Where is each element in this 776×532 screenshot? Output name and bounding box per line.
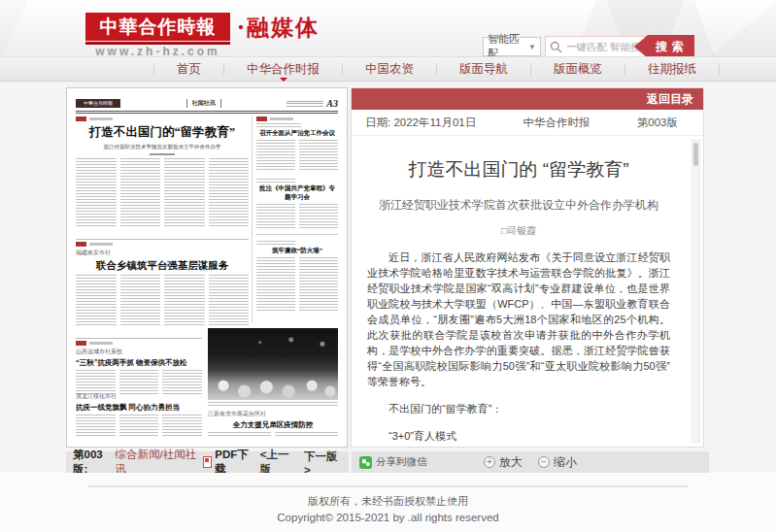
sim-text-columns xyxy=(208,432,338,438)
nav-item-zgnz[interactable]: 中国农资 xyxy=(343,63,437,76)
zoom-controls: + 放大 − 缩小 xyxy=(484,454,577,471)
issue-date: 日期: 2022年11月01日 xyxy=(365,116,476,130)
newspaper-page-thumbnail[interactable]: 中華合作時報 社闻社讯 A3 打造不出国门的“留学教育” 浙江经贸职业技术学院首… xyxy=(66,87,348,448)
nav-item-past-issues[interactable]: 往期报纸 xyxy=(625,63,720,76)
thumb-lead-subtitle: 浙江经贸职业技术学院首次获批设立中外合作办学 xyxy=(76,144,249,150)
tag-row xyxy=(76,341,202,346)
paper-name: 中华合作时报 xyxy=(523,116,590,130)
site-url: www.zh-hz.com xyxy=(85,45,230,56)
thumb-right-headline-3[interactable]: 筑牢廉政“防火墙” xyxy=(256,247,338,255)
thumb-article-mid[interactable]: 福建南安市社 联合乡镇筑平台强基层谋服务 xyxy=(76,239,249,327)
nav-item-page-nav[interactable]: 版面导航 xyxy=(437,63,531,76)
article-reader-panel: 返回目录 日期: 2022年11月01日 中华合作时报 第003版 打造不出国门… xyxy=(351,87,704,448)
chevron-down-icon: ▼ xyxy=(528,43,536,51)
search-input[interactable] xyxy=(566,41,645,52)
paper-masthead: 中華合作時報 社闻社讯 A3 xyxy=(76,97,338,110)
sim-kicker xyxy=(256,123,301,127)
masthead-rule xyxy=(76,111,338,114)
pdf-icon xyxy=(203,456,212,468)
next-page-button[interactable]: 下一版 > xyxy=(304,449,342,476)
share-wechat-button[interactable]: 分享到微信 xyxy=(359,455,427,469)
thumb-article-bottom1[interactable]: 山西运城市社系统 “三秋”抗疫两手抓 物资保供不放松 xyxy=(76,338,202,395)
copyright-notice-cn: 版权所有，未经书面授权禁止使用 xyxy=(0,494,776,509)
search-input-wrap xyxy=(545,36,650,56)
search-button-label: 搜索 xyxy=(656,39,689,55)
active-tab-triangle-icon xyxy=(280,78,287,85)
footer-divider xyxy=(87,485,689,487)
article-title: 打造不出国门的 “留学教育” xyxy=(367,157,670,183)
thumb-article-lead[interactable]: 打造不出国门的“留学教育” 浙江经贸职业技术学院首次获批设立中外合作办学 xyxy=(76,116,249,226)
minus-circle-icon: − xyxy=(538,456,550,468)
article-byline: □司银霞 xyxy=(367,224,670,238)
app-root: 中華合作時報 ·融媒体 www.zh-hz.com 智能匹配 ▼ 搜索 首页 xyxy=(0,0,776,532)
article-body: 打造不出国门的 “留学教育” 浙江经贸职业技术学院首次获批设立中外合作办学机构 … xyxy=(352,136,703,447)
sim-text-columns xyxy=(256,257,338,312)
main-nav: 首页 中华合作时报 中国农资 版面导航 版面概览 往期报纸 xyxy=(0,56,776,82)
thumb-lead-headline: 打造不出国门的“留学教育” xyxy=(76,124,249,141)
search-bar: 智能匹配 ▼ 搜索 xyxy=(483,35,694,56)
article-paragraph: 不出国门的“留学教育”： xyxy=(367,401,670,416)
thumb-lead-byline xyxy=(150,153,175,155)
zoom-out-label: 缩小 xyxy=(554,454,577,471)
nav-item-home[interactable]: 首页 xyxy=(153,63,224,76)
thumb-right-column: 召开全面从严治党工作会议 批注《中国共产党章程》专题学习会 筑牢廉政“防火墙” xyxy=(256,116,338,312)
search-icon xyxy=(550,41,562,53)
thumb-mid-kicker: 福建南安市社 xyxy=(76,249,249,257)
wechat-icon xyxy=(359,456,372,469)
sim-text-columns xyxy=(76,415,202,436)
thumb-mid-headline: 联合乡镇筑平台强基层谋服务 xyxy=(76,259,249,273)
tag-row xyxy=(76,116,249,121)
article-paragraph: 近日，浙江省人民政府网站发布《关于同意设立浙江经贸职业技术学院哈格哈里亚数字技术… xyxy=(367,249,670,389)
column-divider xyxy=(252,116,253,322)
search-mode-label: 智能匹配 xyxy=(488,32,528,56)
zoom-out-button[interactable]: − 缩小 xyxy=(538,454,577,471)
thumb-article-photo[interactable]: 江苏南京市雨花台区社 全力支援兄弟区疫情防控 xyxy=(208,409,338,438)
paper-section-label: 社闻社讯 xyxy=(186,99,221,108)
sim-kicker xyxy=(256,241,295,245)
thumb-photo-headline: 全力支援兄弟区疫情防控 xyxy=(208,420,338,430)
article-toolbar: 分享到微信 + 放大 − 缩小 xyxy=(352,451,709,473)
zoom-in-label: 放大 xyxy=(499,454,523,471)
thumb-photo-caption xyxy=(208,402,338,406)
nav-item-zhhzsb[interactable]: 中华合作时报 xyxy=(224,63,343,76)
site-logo-suffix: ·融媒体 xyxy=(237,13,320,43)
site-header: 中華合作時報 ·融媒体 www.zh-hz.com 智能匹配 ▼ 搜索 xyxy=(0,0,776,56)
site-footer: 版权所有，未经书面授权禁止使用 Copyright© 2015-2021 by … xyxy=(0,473,776,532)
sim-text-columns xyxy=(256,140,338,171)
copyright-notice-en: Copyright© 2015-2021 by .all rights rese… xyxy=(0,512,776,523)
tag-row xyxy=(76,242,249,247)
sim-text-columns xyxy=(76,158,249,226)
nav-item-page-overview[interactable]: 版面概览 xyxy=(531,63,625,76)
site-logo-text: 中華合作時報 xyxy=(100,15,217,40)
paper-masthead-info xyxy=(287,99,323,108)
thumb-photo-kicker: 江苏南京市雨花台区社 xyxy=(208,410,338,418)
zoom-in-button[interactable]: + 放大 xyxy=(484,454,523,471)
plus-circle-icon: + xyxy=(484,456,495,468)
paper-page-badge: A3 xyxy=(326,98,338,109)
newspaper-page: 中華合作時報 社闻社讯 A3 打造不出国门的“留学教育” 浙江经贸职业技术学院首… xyxy=(76,97,338,438)
thumb-bottom2-headline: 抗疫一线党旗飘 同心协力勇担当 xyxy=(76,403,202,413)
page-number: 第003版 xyxy=(637,116,678,130)
article-scrollbar[interactable] xyxy=(692,140,700,443)
thumb-bottom2-kicker: 黑龙江绥化市社 xyxy=(76,392,202,401)
thumb-bottom1-kicker: 山西运城市社系统 xyxy=(76,348,202,356)
paper-masthead-logo: 中華合作時報 xyxy=(76,99,120,108)
tag-row xyxy=(256,116,338,121)
thumb-article-bottom2[interactable]: 黑龙江绥化市社 抗疫一线党旗飘 同心协力勇担当 xyxy=(76,391,202,436)
sim-text-columns xyxy=(76,275,249,327)
reader-meta-row: 日期: 2022年11月01日 中华合作时报 第003版 xyxy=(352,110,703,136)
article-subtitle: 浙江经贸职业技术学院首次获批设立中外合作办学机构 xyxy=(367,197,670,214)
thumb-news-photo[interactable] xyxy=(208,328,338,400)
thumb-bottom1-headline: “三秋”抗疫两手抓 物资保供不放松 xyxy=(76,358,202,368)
thumb-right-headline-2[interactable]: 批注《中国共产党章程》专题学习会 xyxy=(256,184,338,202)
site-logo: 中華合作時報 xyxy=(85,13,230,41)
share-label: 分享到微信 xyxy=(376,455,427,469)
search-mode-select[interactable]: 智能匹配 ▼ xyxy=(483,37,541,56)
article-paragraph: “3+0”育人模式 xyxy=(367,428,670,444)
page-toolbar: 第003版: 综合新闻/社闻社讯 PDF下载 <上一版 下一版 > xyxy=(66,451,349,473)
scrollbar-thumb[interactable] xyxy=(693,143,698,166)
back-to-toc-button[interactable]: 返回目录 xyxy=(647,91,693,108)
sim-kicker xyxy=(256,179,295,183)
thumb-right-headline-1[interactable]: 召开全面从严治党工作会议 xyxy=(256,129,338,138)
reader-top-bar: 返回目录 xyxy=(352,88,703,110)
